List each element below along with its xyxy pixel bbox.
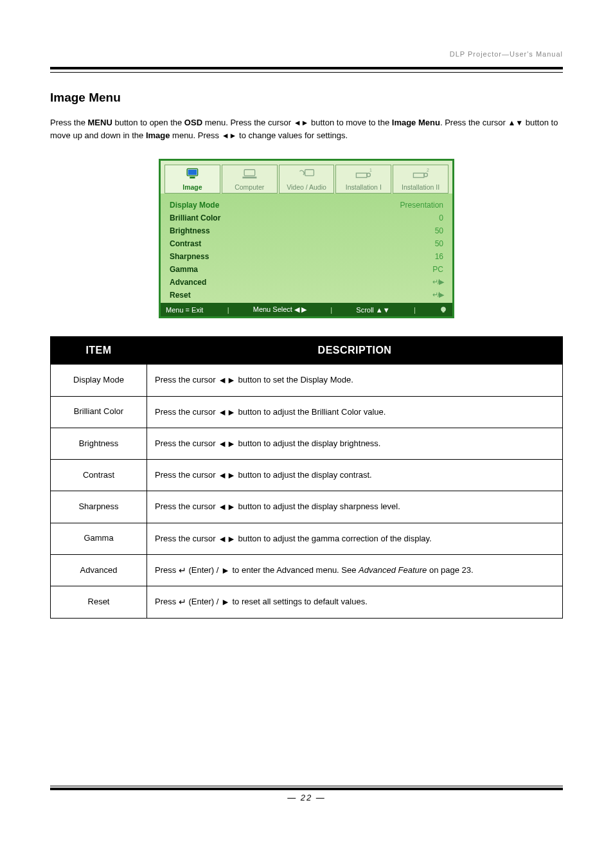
separator-icon: | xyxy=(330,306,332,314)
intro-text: menu. Press the cursor xyxy=(202,118,294,127)
osd-row-gamma[interactable]: GammaPC xyxy=(170,263,443,276)
intro-text: button to open the xyxy=(112,118,184,127)
table-row: GammaPress the cursor ◄► button to adjus… xyxy=(51,523,563,554)
cell-description: Press the cursor ◄► button to adjust the… xyxy=(147,523,563,554)
osd-label: Brightness xyxy=(170,226,210,235)
svg-rect-2 xyxy=(190,177,195,179)
intro-bold-imagemenu: Image Menu xyxy=(392,118,440,127)
osd-body: Display ModePresentation Brilliant Color… xyxy=(161,194,452,303)
svg-text:1: 1 xyxy=(369,168,372,172)
arrow-left-right-icon: ◄► xyxy=(294,118,309,127)
osd-footer: Menu = Exit | Menu Select ◀ ▶ | Scroll ▲… xyxy=(161,303,452,316)
svg-point-12 xyxy=(441,307,445,311)
osd-row-reset[interactable]: Reset↵/▶ xyxy=(170,289,443,302)
osd-label: Contrast xyxy=(170,239,201,248)
th-description: DESCRIPTION xyxy=(147,337,563,365)
osd-label: Reset xyxy=(170,291,191,300)
intro-text: menu. Press xyxy=(170,131,221,140)
cell-description: Press the cursor ◄► button to adjust the… xyxy=(147,428,563,459)
tab-label: Installation I xyxy=(346,183,382,191)
osd-label: Brilliant Color xyxy=(170,213,220,222)
rule-thin xyxy=(50,786,563,786)
osd-row-brilliant-color[interactable]: Brilliant Color0 xyxy=(170,212,443,224)
osd-row-advanced[interactable]: Advanced↵/▶ xyxy=(170,276,443,289)
tab-label: Installation II xyxy=(402,183,440,191)
video-audio-icon xyxy=(281,168,333,182)
svg-rect-3 xyxy=(244,170,255,176)
arrow-glyph-icon: ◄► xyxy=(218,437,236,450)
svg-rect-4 xyxy=(242,177,256,179)
osd-row-display-mode[interactable]: Display ModePresentation xyxy=(170,199,443,212)
intro-bold-image: Image xyxy=(146,131,170,140)
arrow-glyph-icon: ► xyxy=(221,595,230,608)
cell-item: Sharpness xyxy=(51,491,147,523)
tab-installation-2[interactable]: 2 Installation II xyxy=(393,165,449,194)
osd-value: 50 xyxy=(435,226,443,235)
tab-label: Computer xyxy=(235,183,264,191)
tab-label: Image xyxy=(182,183,202,191)
cell-description: Press the cursor ◄► button to adjust the… xyxy=(147,491,563,523)
svg-rect-9 xyxy=(414,174,425,178)
cell-item: Contrast xyxy=(51,460,147,491)
svg-rect-5 xyxy=(305,170,314,176)
monitor-icon xyxy=(166,168,218,182)
arrow-glyph-icon: ◄► xyxy=(218,532,236,545)
rule-heavy xyxy=(50,788,563,790)
osd-footer-scroll: Scroll ▲▼ xyxy=(356,306,389,314)
osd-screenshot: Image Computer Video / Audio 1 xyxy=(50,159,563,318)
th-item: ITEM xyxy=(51,337,147,365)
arrow-glyph-icon: ◄► xyxy=(218,469,236,482)
tab-video-audio[interactable]: Video / Audio xyxy=(279,165,335,194)
cell-item: Display Mode xyxy=(51,365,147,396)
osd-value: 0 xyxy=(439,213,443,222)
arrow-glyph-icon: ↵ xyxy=(179,564,186,577)
bulb-icon xyxy=(440,306,447,314)
cell-item: Brightness xyxy=(51,428,147,459)
osd-footer-exit: Menu = Exit xyxy=(166,306,203,314)
intro-text: to change values for settings. xyxy=(236,131,348,140)
intro-text: Press the xyxy=(50,118,88,127)
description-table: ITEM DESCRIPTION Display ModePress the c… xyxy=(50,336,563,618)
page-footer: — 22 — xyxy=(50,786,563,802)
cell-description: Press ↵ (Enter) / ► to enter the Advance… xyxy=(147,555,563,586)
arrow-glyph-icon: ► xyxy=(221,564,230,577)
page-number: — 22 — xyxy=(50,793,563,802)
rule-heavy xyxy=(50,67,563,69)
tab-label: Video / Audio xyxy=(287,183,326,191)
cell-item: Advanced xyxy=(51,555,147,586)
rule-thin xyxy=(50,72,563,73)
table-row: ResetPress ↵ (Enter) / ► to reset all se… xyxy=(51,586,563,618)
enter-arrow-icon: ↵/▶ xyxy=(432,278,443,287)
osd-label: Gamma xyxy=(170,265,198,274)
cell-description: Press the cursor ◄► button to set the Di… xyxy=(147,365,563,396)
cell-item: Gamma xyxy=(51,523,147,554)
tab-installation-1[interactable]: 1 Installation I xyxy=(335,165,391,194)
separator-icon: | xyxy=(227,306,229,314)
intro-bold-menu: MENU xyxy=(88,118,112,127)
osd-row-brightness[interactable]: Brightness50 xyxy=(170,224,443,237)
osd-label: Advanced xyxy=(170,278,206,287)
osd-value: PC xyxy=(432,265,443,274)
cell-description: Press the cursor ◄► button to adjust the… xyxy=(147,460,563,491)
table-row: Brilliant ColorPress the cursor ◄► butto… xyxy=(51,396,563,428)
osd-label: Display Mode xyxy=(170,201,219,210)
table-row: AdvancedPress ↵ (Enter) / ► to enter the… xyxy=(51,555,563,586)
projector2-icon: 2 xyxy=(395,168,447,182)
svg-point-7 xyxy=(367,174,371,177)
arrow-left-right-icon: ◄► xyxy=(222,131,237,140)
intro-text: button to move to the xyxy=(308,118,391,127)
cell-description: Press the cursor ◄► button to adjust the… xyxy=(147,396,563,428)
osd-label: Sharpness xyxy=(170,252,209,261)
arrow-glyph-icon: ◄► xyxy=(218,500,236,513)
cell-description: Press ↵ (Enter) / ► to reset all setting… xyxy=(147,586,563,618)
svg-rect-6 xyxy=(357,174,368,178)
cell-item: Reset xyxy=(51,586,147,618)
osd-row-contrast[interactable]: Contrast50 xyxy=(170,237,443,250)
table-row: SharpnessPress the cursor ◄► button to a… xyxy=(51,491,563,523)
osd-row-sharpness[interactable]: Sharpness16 xyxy=(170,250,443,263)
osd-footer-select: Menu Select ◀ ▶ xyxy=(253,305,306,314)
tab-image[interactable]: Image xyxy=(164,165,220,194)
osd-tabs: Image Computer Video / Audio 1 xyxy=(161,161,452,194)
tab-computer[interactable]: Computer xyxy=(222,165,278,194)
osd-value: Presentation xyxy=(400,201,443,210)
